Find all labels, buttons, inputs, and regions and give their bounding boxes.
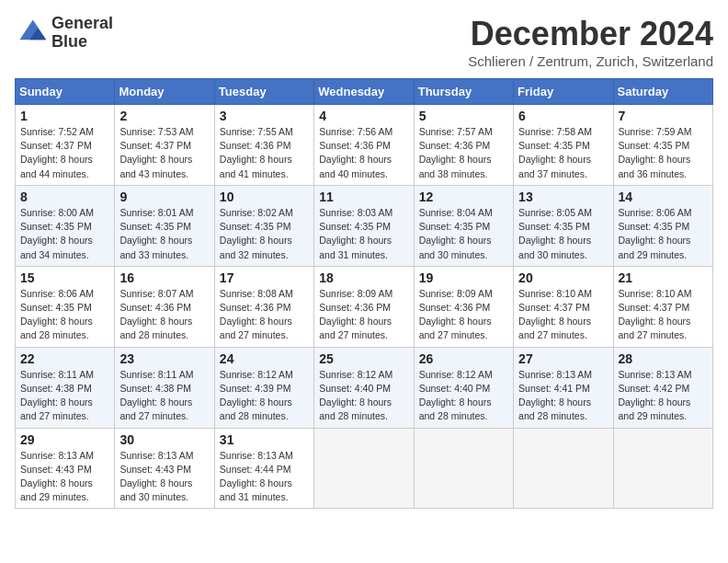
day-info: Sunrise: 8:12 AMSunset: 4:40 PMDaylight:… [419,368,508,424]
calendar-cell [613,428,712,509]
day-number: 14 [619,190,708,204]
day-info: Sunrise: 8:05 AMSunset: 4:35 PMDaylight:… [518,206,608,262]
day-number: 15 [20,270,109,285]
logo-text: General Blue [51,15,113,52]
day-number: 26 [419,351,508,366]
day-number: 28 [619,351,708,366]
day-info: Sunrise: 8:10 AMSunset: 4:37 PMDaylight:… [518,287,608,343]
calendar-header-wednesday: Wednesday [314,79,414,105]
day-info: Sunrise: 8:07 AMSunset: 4:36 PMDaylight:… [119,287,209,343]
calendar-cell: 30Sunrise: 8:13 AMSunset: 4:43 PMDayligh… [115,428,214,509]
day-number: 22 [20,351,109,366]
calendar-cell: 17Sunrise: 8:08 AMSunset: 4:36 PMDayligh… [214,266,313,347]
day-info: Sunrise: 8:01 AMSunset: 4:35 PMDaylight:… [119,206,209,262]
day-number: 25 [319,351,408,366]
day-info: Sunrise: 8:13 AMSunset: 4:43 PMDaylight:… [119,449,209,505]
day-number: 4 [319,109,408,123]
calendar-cell: 13Sunrise: 8:05 AMSunset: 4:35 PMDayligh… [514,185,613,266]
day-info: Sunrise: 8:00 AMSunset: 4:35 PMDaylight:… [20,206,109,262]
calendar-cell: 25Sunrise: 8:12 AMSunset: 4:40 PMDayligh… [314,347,414,428]
calendar-cell: 23Sunrise: 8:11 AMSunset: 4:38 PMDayligh… [115,347,214,428]
day-info: Sunrise: 8:13 AMSunset: 4:42 PMDaylight:… [619,368,708,424]
day-info: Sunrise: 7:57 AMSunset: 4:36 PMDaylight:… [419,125,508,181]
calendar-cell: 20Sunrise: 8:10 AMSunset: 4:37 PMDayligh… [514,266,613,347]
day-info: Sunrise: 8:12 AMSunset: 4:40 PMDaylight:… [319,368,408,424]
day-info: Sunrise: 8:12 AMSunset: 4:39 PMDaylight:… [220,368,309,424]
day-info: Sunrise: 8:08 AMSunset: 4:36 PMDaylight:… [220,287,309,343]
calendar-cell: 28Sunrise: 8:13 AMSunset: 4:42 PMDayligh… [613,347,712,428]
day-number: 2 [119,109,209,123]
calendar-cell: 12Sunrise: 8:04 AMSunset: 4:35 PMDayligh… [414,185,513,266]
day-number: 13 [518,190,608,204]
calendar-week-1: 1Sunrise: 7:52 AMSunset: 4:37 PMDaylight… [16,105,713,186]
day-number: 21 [619,270,708,285]
calendar-cell: 6Sunrise: 7:58 AMSunset: 4:35 PMDaylight… [514,105,613,186]
day-info: Sunrise: 7:55 AMSunset: 4:36 PMDaylight:… [220,125,309,181]
day-number: 1 [20,109,109,123]
day-info: Sunrise: 7:53 AMSunset: 4:37 PMDaylight:… [119,125,209,181]
day-number: 12 [419,190,508,204]
calendar-cell: 2Sunrise: 7:53 AMSunset: 4:37 PMDaylight… [115,105,214,186]
calendar-cell: 22Sunrise: 8:11 AMSunset: 4:38 PMDayligh… [16,347,115,428]
calendar-cell: 4Sunrise: 7:56 AMSunset: 4:36 PMDaylight… [314,105,414,186]
calendar-cell: 1Sunrise: 7:52 AMSunset: 4:37 PMDaylight… [16,105,115,186]
day-number: 31 [220,432,309,447]
day-info: Sunrise: 8:02 AMSunset: 4:35 PMDaylight:… [220,206,309,262]
day-number: 8 [20,190,109,204]
calendar-cell: 7Sunrise: 7:59 AMSunset: 4:35 PMDaylight… [613,105,712,186]
calendar-week-2: 8Sunrise: 8:00 AMSunset: 4:35 PMDaylight… [16,185,713,266]
page-header: General Blue December 2024 Schlieren / Z… [15,15,713,69]
calendar-cell [314,428,414,509]
day-number: 9 [119,190,209,204]
calendar-cell: 11Sunrise: 8:03 AMSunset: 4:35 PMDayligh… [314,185,414,266]
day-info: Sunrise: 8:11 AMSunset: 4:38 PMDaylight:… [119,368,209,424]
calendar-cell: 24Sunrise: 8:12 AMSunset: 4:39 PMDayligh… [214,347,313,428]
calendar-header-sunday: Sunday [16,79,115,105]
day-number: 17 [220,270,309,285]
day-number: 27 [518,351,608,366]
day-number: 23 [119,351,209,366]
calendar-cell: 19Sunrise: 8:09 AMSunset: 4:36 PMDayligh… [414,266,513,347]
day-info: Sunrise: 8:10 AMSunset: 4:37 PMDaylight:… [619,287,708,343]
calendar-cell: 3Sunrise: 7:55 AMSunset: 4:36 PMDaylight… [214,105,313,186]
calendar-header-thursday: Thursday [414,79,513,105]
calendar-cell: 15Sunrise: 8:06 AMSunset: 4:35 PMDayligh… [16,266,115,347]
calendar-header-tuesday: Tuesday [214,79,313,105]
day-number: 5 [419,109,508,123]
month-title: December 2024 [468,15,713,53]
calendar-week-3: 15Sunrise: 8:06 AMSunset: 4:35 PMDayligh… [16,266,713,347]
calendar-cell: 5Sunrise: 7:57 AMSunset: 4:36 PMDaylight… [414,105,513,186]
calendar-week-4: 22Sunrise: 8:11 AMSunset: 4:38 PMDayligh… [16,347,713,428]
logo-line2: Blue [51,33,113,52]
calendar-header-saturday: Saturday [613,79,712,105]
logo-line1: General [51,15,113,33]
day-info: Sunrise: 8:06 AMSunset: 4:35 PMDaylight:… [619,206,708,262]
day-number: 24 [220,351,309,366]
calendar-cell: 26Sunrise: 8:12 AMSunset: 4:40 PMDayligh… [414,347,513,428]
day-number: 29 [20,432,109,447]
day-info: Sunrise: 8:04 AMSunset: 4:35 PMDaylight:… [419,206,508,262]
day-number: 3 [220,109,309,123]
day-number: 30 [119,432,209,447]
calendar-cell: 31Sunrise: 8:13 AMSunset: 4:44 PMDayligh… [214,428,313,509]
day-info: Sunrise: 8:03 AMSunset: 4:35 PMDaylight:… [319,206,408,262]
day-number: 11 [319,190,408,204]
calendar-table: SundayMondayTuesdayWednesdayThursdayFrid… [15,78,713,509]
day-info: Sunrise: 8:13 AMSunset: 4:44 PMDaylight:… [220,449,309,505]
day-info: Sunrise: 7:59 AMSunset: 4:35 PMDaylight:… [619,125,708,181]
day-number: 7 [619,109,708,123]
day-info: Sunrise: 7:52 AMSunset: 4:37 PMDaylight:… [20,125,109,181]
logo-icon [15,17,48,50]
calendar-cell: 14Sunrise: 8:06 AMSunset: 4:35 PMDayligh… [613,185,712,266]
calendar-cell: 10Sunrise: 8:02 AMSunset: 4:35 PMDayligh… [214,185,313,266]
calendar-cell: 16Sunrise: 8:07 AMSunset: 4:36 PMDayligh… [115,266,214,347]
day-number: 20 [518,270,608,285]
calendar-cell: 9Sunrise: 8:01 AMSunset: 4:35 PMDaylight… [115,185,214,266]
calendar-cell: 18Sunrise: 8:09 AMSunset: 4:36 PMDayligh… [314,266,414,347]
day-info: Sunrise: 7:58 AMSunset: 4:35 PMDaylight:… [518,125,608,181]
day-info: Sunrise: 7:56 AMSunset: 4:36 PMDaylight:… [319,125,408,181]
calendar-cell: 29Sunrise: 8:13 AMSunset: 4:43 PMDayligh… [16,428,115,509]
calendar-week-5: 29Sunrise: 8:13 AMSunset: 4:43 PMDayligh… [16,428,713,509]
calendar-cell [514,428,613,509]
day-number: 19 [419,270,508,285]
